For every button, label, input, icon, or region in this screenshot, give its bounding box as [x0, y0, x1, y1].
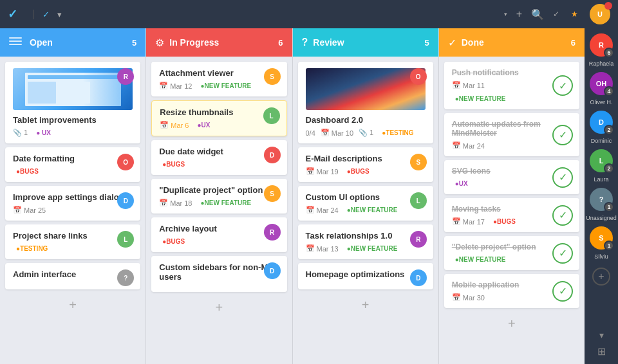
tag-new-feature: NEW FEATURE — [198, 82, 255, 90]
sidebar-add-user-button[interactable]: + — [592, 268, 610, 286]
card-meta-mobile-application: 📅Mar 30 — [452, 293, 546, 302]
card-improve-app-settings[interactable]: Improve app settings dialog📅Mar 25D — [5, 186, 140, 221]
tag-ux: UX — [452, 179, 471, 188]
card-image — [13, 68, 133, 110]
attachment-count: 📎 1 — [13, 129, 28, 137]
sidebar-user-laura[interactable]: L2 — [590, 149, 613, 172]
project-selector[interactable]: ✓ ▾ — [33, 10, 62, 19]
card-meta-due-date-widget: BUGS — [159, 160, 279, 168]
add-card-button-done[interactable]: + — [444, 313, 579, 334]
card-title-delete-project-option: "Delete project" option — [452, 242, 546, 251]
sidebar-collapse-icon[interactable]: ▾ — [597, 330, 606, 340]
card-date-task-relationships: 📅Mar 13 — [306, 244, 339, 253]
logo-check-icon: ✓ — [8, 7, 17, 21]
card-avatar-dashboard-2: O — [410, 68, 427, 85]
calendar-icon: 📅 — [452, 293, 461, 302]
calendar-icon: 📅 — [13, 206, 22, 214]
card-meta-resize-thumbnails: 📅Mar 6UX — [160, 121, 278, 129]
card-title-admin-interface: Admin interface — [13, 269, 133, 279]
tag-new-feature: NEW FEATURE — [452, 95, 509, 103]
user-task-count: 6 — [604, 48, 614, 58]
tasks-badge[interactable]: ✓ — [553, 10, 562, 19]
card-due-date-widget[interactable]: Due date widgetBUGSD — [151, 140, 286, 175]
calendar-icon: 📅 — [160, 121, 169, 129]
menu-icon[interactable] — [9, 37, 22, 48]
tag-new-feature: NEW FEATURE — [344, 244, 401, 253]
calendar-icon: 📅 — [452, 81, 461, 89]
sidebar-user-label: Silviu — [594, 253, 608, 260]
card-archive-layout[interactable]: Archive layoutBUGSR — [151, 217, 286, 252]
card-avatar-custom-ui-options: L — [410, 192, 427, 209]
calendar-icon: 📅 — [452, 217, 461, 226]
card-resize-thumbnails[interactable]: Resize thumbnails📅Mar 6UXL — [151, 100, 286, 136]
tag-ux: UX — [194, 121, 213, 129]
card-avatar-duplicate-project-option: S — [264, 185, 281, 202]
sidebar-user-oliver-h.[interactable]: OH4 — [590, 72, 613, 95]
card-custom-sidebars[interactable]: Custom sidebars for non-Mac usersD — [151, 256, 286, 292]
card-task-relationships[interactable]: Task relationships 1.0📅Mar 13NEW FEATURE… — [298, 224, 433, 259]
column-in-progress: ⚙In Progress6Attachment viewer📅Mar 12NEW… — [146, 28, 292, 364]
sidebar-user-dominic[interactable]: D2 — [590, 111, 613, 134]
sidebar-grid-icon[interactable]: ⊞ — [597, 345, 606, 358]
card-dashboard-2[interactable]: Dashboard 2.00/4📅Mar 10📎 1TESTINGO — [298, 62, 433, 143]
column-title-open: Open — [30, 37, 127, 48]
done-check-automatic-updates: ✓ — [552, 125, 573, 145]
calendar-icon: 📅 — [452, 141, 461, 150]
column-body-review: Dashboard 2.00/4📅Mar 10📎 1TESTINGOE-Mail… — [293, 57, 438, 364]
card-title-duplicate-project-option: "Duplicate project" option — [159, 185, 279, 195]
search-icon[interactable]: 🔍 — [531, 8, 544, 21]
card-email-descriptions[interactable]: E-Mail descriptions📅Mar 19BUGSS — [298, 147, 433, 182]
tag-testing: TESTING — [379, 129, 417, 137]
user-avatar[interactable]: U — [590, 4, 610, 24]
active-users-badge[interactable]: ▾ — [499, 11, 507, 17]
starred-badge[interactable]: ★ — [571, 10, 581, 19]
column-body-done: Push notifications📅Mar 11NEW FEATURE✓Aut… — [439, 57, 585, 364]
card-title-tablet-improvements: Tablet improvements — [13, 115, 133, 125]
card-attachment-viewer[interactable]: Attachment viewer📅Mar 12NEW FEATURES — [151, 62, 286, 96]
card-title-dashboard-2: Dashboard 2.0 — [306, 115, 426, 125]
card-tablet-improvements[interactable]: Tablet improvements📎 1UXR — [5, 62, 140, 143]
sidebar-user-unassigned[interactable]: ?1 — [590, 188, 613, 211]
card-title-date-formatting: Date formatting — [13, 154, 133, 163]
card-avatar-archive-layout: R — [264, 224, 281, 241]
tag-testing: TESTING — [13, 244, 51, 253]
sidebar-user-silviu[interactable]: S1 — [590, 226, 613, 250]
star-icon: ★ — [571, 10, 578, 19]
card-mobile-application[interactable]: Mobile application📅Mar 30✓ — [444, 274, 579, 308]
card-custom-ui-options[interactable]: Custom UI options📅Mar 24NEW FEATUREL — [298, 186, 433, 221]
card-title-homepage-optimizations: Homepage optimizations — [306, 269, 426, 279]
sidebar-user-label: Laura — [594, 176, 608, 183]
card-avatar-homepage-optimizations: D — [410, 269, 427, 286]
card-date-mobile-application: 📅Mar 30 — [452, 293, 485, 302]
card-meta-dashboard-2: 0/4📅Mar 10📎 1TESTING — [306, 129, 426, 137]
add-card-button-in-progress[interactable]: + — [151, 297, 286, 318]
user-task-count: 2 — [604, 163, 614, 174]
tag-bugs: BUGS — [344, 167, 373, 176]
add-icon[interactable]: + — [516, 8, 522, 20]
card-homepage-optimizations[interactable]: Homepage optimizationsD — [298, 263, 433, 289]
card-svg-icons[interactable]: SVG iconsUX✓ — [444, 160, 579, 194]
question-icon: ? — [302, 37, 308, 48]
card-project-share-links[interactable]: Project share linksTESTINGL — [5, 224, 140, 259]
card-delete-project-option[interactable]: "Delete project" optionNEW FEATURE✓ — [444, 236, 579, 270]
sidebar-user-raphaela[interactable]: R6 — [590, 33, 613, 57]
column-title-done: Done — [462, 37, 566, 48]
column-count-open: 5 — [132, 38, 136, 48]
card-date-resize-thumbnails: 📅Mar 6 — [160, 121, 189, 129]
column-count-review: 5 — [425, 38, 429, 48]
card-moving-tasks[interactable]: Moving tasks📅Mar 17BUGS✓ — [444, 198, 579, 232]
card-date-formatting[interactable]: Date formattingBUGSO — [5, 147, 140, 182]
card-date-moving-tasks: 📅Mar 17 — [452, 217, 485, 226]
add-card-button-review[interactable]: + — [298, 295, 433, 315]
add-card-button-open[interactable]: + — [5, 295, 140, 315]
card-date-duplicate-project-option: 📅Mar 18 — [159, 199, 192, 207]
card-automatic-updates[interactable]: Automatic updates from MindMeister📅Mar 2… — [444, 113, 579, 156]
card-admin-interface[interactable]: Admin interface? — [5, 263, 140, 289]
card-avatar-resize-thumbnails: L — [263, 107, 280, 124]
sidebar-bottom: ▾⊞ — [597, 330, 606, 358]
card-duplicate-project-option[interactable]: "Duplicate project" option📅Mar 18NEW FEA… — [151, 179, 286, 214]
card-push-notifications[interactable]: Push notifications📅Mar 11NEW FEATURE✓ — [444, 62, 579, 109]
card-meta-push-notifications: 📅Mar 11NEW FEATURE — [452, 81, 546, 103]
task-count: 0/4 — [306, 129, 315, 137]
column-done: ✓Done6Push notifications📅Mar 11NEW FEATU… — [439, 28, 585, 364]
